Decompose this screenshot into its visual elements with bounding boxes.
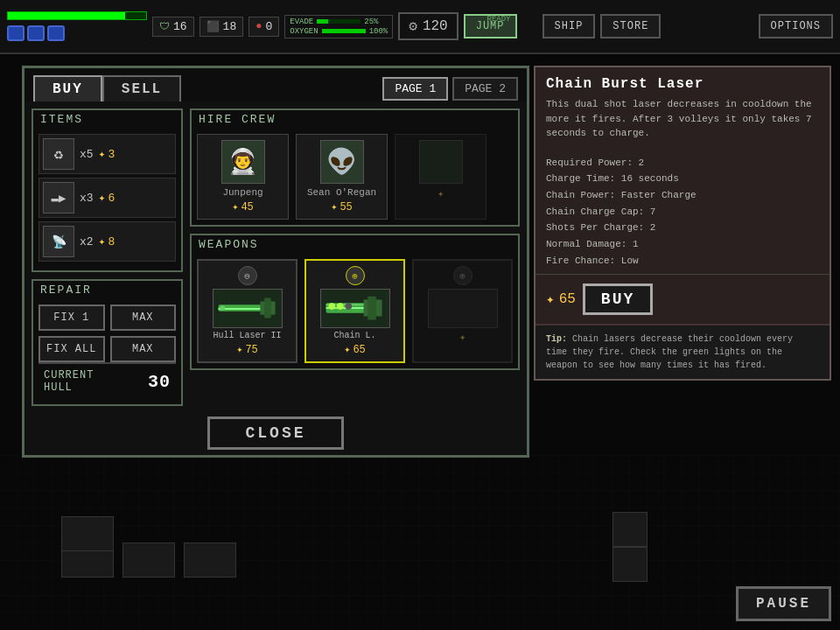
- tab-row: BUY SELL PAGE 1 PAGE 2: [24, 68, 527, 102]
- list-item[interactable]: ▬▶ x3 ✦6: [38, 178, 176, 218]
- item-cost: ✦6: [99, 191, 116, 205]
- repair-section: REPAIR FIX 1 MAX FIX ALL MAX CURRENTHU: [32, 279, 183, 406]
- hull-value: 30: [148, 372, 171, 392]
- page-tabs: PAGE 1 PAGE 2: [382, 77, 518, 101]
- fix1-button[interactable]: FIX 1: [38, 304, 105, 331]
- svg-rect-1: [218, 304, 264, 312]
- buy-price: ✦ 65: [546, 290, 576, 308]
- item-icon: ♻: [43, 138, 74, 170]
- item-icon: ▬▶: [43, 182, 74, 214]
- crew-name: Sean O'Regan: [307, 187, 376, 198]
- missile-icon: ●: [256, 20, 262, 32]
- items-header: ITEMS: [33, 110, 181, 129]
- right-column: HIRE CREW 👨‍🚀 Junpeng ✦45 👽 Sean O'Regan…: [190, 108, 520, 406]
- ship-room: [184, 542, 236, 578]
- list-item[interactable]: 📡 x2 ✦8: [38, 221, 176, 262]
- info-description: This dual shot laser decreases in cooldo…: [536, 97, 830, 150]
- weapons-header: WEAPONS: [192, 235, 518, 254]
- item-count: x3: [80, 192, 94, 205]
- svg-point-12: [328, 303, 335, 310]
- crew-grid: 👨‍🚀 Junpeng ✦45 👽 Sean O'Regan ✦55 ✦: [192, 129, 518, 225]
- store-panel: BUY SELL PAGE 1 PAGE 2 ITEMS ♻ x5 ✦3 ▬▶: [22, 66, 529, 458]
- close-button[interactable]: CLOSE: [207, 416, 343, 450]
- missile-value: 0: [265, 20, 272, 33]
- shield-dot: [7, 25, 24, 41]
- hire-crew-section: HIRE CREW 👨‍🚀 Junpeng ✦45 👽 Sean O'Regan…: [190, 108, 520, 227]
- sell-tab[interactable]: SELL: [102, 75, 181, 102]
- weapon-name: Hull Laser II: [213, 331, 281, 340]
- repair-header: REPAIR: [33, 281, 181, 299]
- weapon-cost: ✦75: [236, 343, 258, 356]
- score-value: 120: [423, 18, 448, 34]
- weapon-image: [213, 289, 283, 328]
- crew-cost: ✦: [438, 187, 444, 200]
- info-title: Chain Burst Laser: [536, 67, 830, 97]
- svg-rect-3: [264, 298, 271, 318]
- svg-point-5: [220, 305, 225, 311]
- crew-name: Junpeng: [222, 187, 262, 198]
- item-cost: ✦3: [99, 147, 116, 161]
- buy-tab[interactable]: BUY: [33, 75, 102, 102]
- weapon-slot-empty[interactable]: ⊕ ✦: [412, 259, 513, 363]
- fixall-max-button[interactable]: MAX: [110, 336, 177, 362]
- close-button-wrap: CLOSE: [24, 416, 527, 455]
- repair-row: FIX 1 MAX: [38, 304, 176, 331]
- shield-dot: [47, 25, 65, 41]
- crew-avatar: 👨‍🚀: [221, 140, 265, 184]
- svg-rect-9: [368, 297, 376, 320]
- scrap-icon: ✦: [546, 290, 555, 308]
- info-stats: Required Power: 2 Charge Time: 16 second…: [536, 150, 830, 275]
- weapon-circle-icon: ⊕: [453, 266, 472, 285]
- repair-row: FIX ALL MAX: [38, 336, 176, 362]
- crew-slot-empty[interactable]: ✦: [395, 134, 486, 220]
- hull-label: CURRENTHULL: [44, 369, 94, 394]
- info-buy-row: ✦ 65 BUY: [536, 274, 830, 324]
- crew-cost: ✦55: [331, 200, 353, 214]
- ship-room: [612, 512, 648, 547]
- fuel-stat: ⬛ 18: [200, 17, 244, 37]
- buy-price-value: 65: [559, 291, 576, 307]
- weapon-circle-icon: ⊖: [238, 266, 257, 285]
- weapon-image: [320, 289, 390, 328]
- weapon-slot-chain-laser[interactable]: ⊕: [304, 259, 405, 363]
- page2-tab[interactable]: PAGE 2: [452, 77, 518, 101]
- fix1-max-button[interactable]: MAX: [110, 304, 177, 331]
- crew-avatar: 👽: [320, 140, 364, 184]
- fuel-value: 18: [223, 20, 237, 33]
- evade-oxygen-display: EVADE 25% OXYGEN 100%: [284, 15, 393, 38]
- panel-body: ITEMS ♻ x5 ✦3 ▬▶ x3 ✦6 📡 x2: [24, 102, 527, 413]
- crew-cost: ✦45: [232, 200, 254, 214]
- store-button[interactable]: STORE: [600, 14, 661, 38]
- items-section: ITEMS ♻ x5 ✦3 ▬▶ x3 ✦6 📡 x2: [32, 108, 183, 272]
- repair-content: FIX 1 MAX FIX ALL MAX CURRENTHULL 30: [33, 299, 181, 404]
- crew-slot-sean[interactable]: 👽 Sean O'Regan ✦55: [296, 134, 388, 220]
- tip-text: Chain lasers decrease their cooldown eve…: [546, 334, 793, 370]
- tip-label: Tip:: [546, 334, 567, 344]
- evade-pct: 25%: [364, 18, 378, 26]
- shield-dots: [7, 25, 147, 41]
- weapon-name: Chain L.: [333, 331, 375, 340]
- ship-room: [612, 547, 648, 582]
- ship-button[interactable]: SHIP: [542, 14, 596, 38]
- items-content: ♻ x5 ✦3 ▬▶ x3 ✦6 📡 x2 ✦8: [33, 129, 181, 270]
- svg-point-14: [345, 303, 352, 310]
- crew-slot-junpeng[interactable]: 👨‍🚀 Junpeng ✦45: [197, 134, 289, 220]
- tip-box: Tip: Chain lasers decrease their cooldow…: [536, 324, 830, 379]
- list-item[interactable]: ♻ x5 ✦3: [38, 134, 176, 174]
- buy-button[interactable]: BUY: [583, 284, 653, 315]
- weapon-cost: ✦65: [344, 343, 366, 356]
- svg-point-13: [336, 303, 343, 310]
- ready-label: READY: [487, 15, 511, 24]
- shield-stat: 🛡 16: [152, 17, 194, 37]
- pause-button[interactable]: PAUSE: [736, 586, 831, 621]
- hire-crew-header: HIRE CREW: [192, 110, 518, 129]
- fixall-button[interactable]: FIX ALL: [38, 336, 105, 362]
- options-button[interactable]: OPTIONS: [759, 14, 833, 38]
- ship-room: [122, 542, 175, 578]
- crew-avatar: [419, 140, 463, 184]
- item-count: x5: [80, 148, 94, 161]
- info-panel: Chain Burst Laser This dual shot laser d…: [534, 66, 831, 381]
- page1-tab[interactable]: PAGE 1: [382, 77, 448, 101]
- weapon-slot-hull-laser[interactable]: ⊖ Hull Laser II ✦7: [197, 259, 298, 363]
- oxygen-pct: 100%: [369, 27, 388, 36]
